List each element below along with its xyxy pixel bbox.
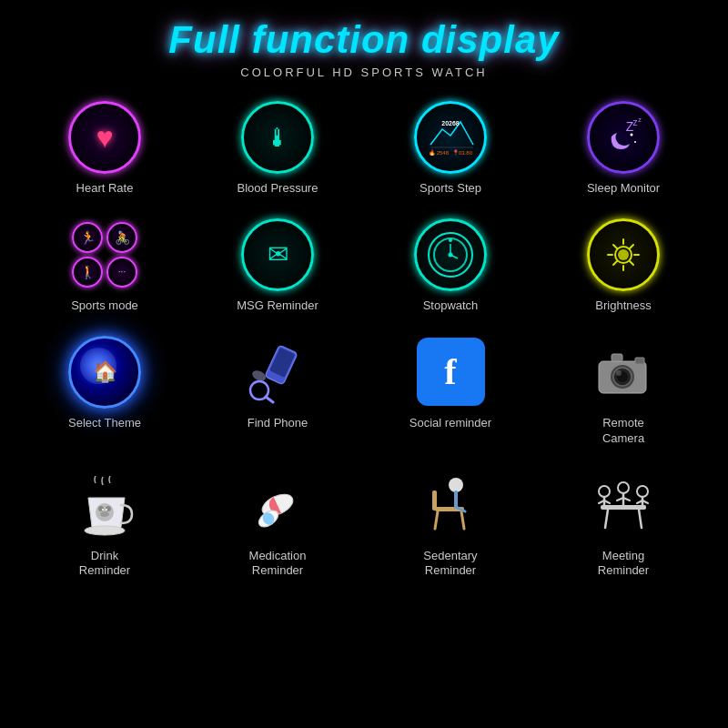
svg-line-23 <box>613 261 617 265</box>
find-phone-icon-wrap <box>241 336 314 409</box>
sports-mode-label: Sports mode <box>71 298 138 314</box>
sleep-monitor-icon-circle: Z z z <box>587 101 660 174</box>
msg-reminder-icon-circle: ✉ <box>241 218 314 291</box>
feature-sedentary-reminder[interactable]: Sedentary Reminder <box>364 461 537 587</box>
sports-step-icon-circle: 20268 🔥 2548 📍03.80 <box>414 101 487 174</box>
feature-sports-step[interactable]: 20268 🔥 2548 📍03.80 Sports Step <box>364 94 537 204</box>
svg-text:z: z <box>638 116 642 123</box>
sports-run-icon: 🏃 <box>72 222 103 253</box>
social-reminder-label: Social reminder <box>410 416 491 431</box>
svg-text:📍03.80: 📍03.80 <box>451 149 472 157</box>
svg-line-20 <box>613 245 617 248</box>
svg-point-10 <box>449 238 452 242</box>
feature-drink-reminder[interactable]: Drink Reminder <box>18 461 191 587</box>
svg-line-51 <box>461 511 464 529</box>
svg-point-66 <box>637 486 648 497</box>
svg-line-57 <box>639 510 642 528</box>
svg-point-15 <box>618 249 629 260</box>
drink-reminder-label: Drink Reminder <box>79 549 130 580</box>
sedentary-reminder-icon-wrap <box>414 469 487 541</box>
sports-mode-grid: 🏃 🚴 🚶 ··· <box>68 218 141 291</box>
envelope-icon: ✉ <box>268 239 288 269</box>
feature-remote-camera[interactable]: Remote Camera <box>537 329 710 454</box>
feature-heart-rate[interactable]: ♥ Heart Rate <box>18 94 191 204</box>
social-reminder-icon-wrap: f <box>414 336 487 409</box>
sports-walk-icon: 🚶 <box>72 257 103 288</box>
svg-rect-49 <box>432 490 437 511</box>
stopwatch-label: Stopwatch <box>423 298 479 314</box>
medication-reminder-icon-wrap <box>241 469 314 541</box>
svg-point-13 <box>449 252 453 257</box>
svg-line-21 <box>630 261 633 265</box>
page: Full function display COLORFUL HD SPORTS… <box>0 0 728 728</box>
brightness-label: Brightness <box>595 298 651 314</box>
svg-point-42 <box>85 526 125 535</box>
stopwatch-icon-circle <box>414 218 487 291</box>
feature-brightness[interactable]: Brightness <box>537 211 710 321</box>
heart-rate-icon-circle: ♥ <box>68 101 141 174</box>
svg-point-62 <box>618 482 629 493</box>
remote-camera-label: Remote Camera <box>602 416 644 447</box>
heart-rate-label: Heart Rate <box>76 181 134 197</box>
svg-point-37 <box>98 506 104 511</box>
feature-sleep-monitor[interactable]: Z z z Sleep Monitor <box>537 94 710 204</box>
medication-reminder-label: Medication Reminder <box>249 549 307 580</box>
facebook-icon: f <box>444 350 456 393</box>
home-icon: 🏠 <box>93 360 117 384</box>
heart-icon: ♥ <box>96 121 114 155</box>
svg-rect-34 <box>635 358 644 364</box>
step-data: 20268 🔥 2548 📍03.80 <box>426 113 476 163</box>
sports-bike-icon: 🚴 <box>106 222 137 253</box>
meeting-reminder-label: Meeting Reminder <box>598 549 649 580</box>
social-circle: f <box>417 338 485 406</box>
svg-line-50 <box>435 511 438 529</box>
svg-point-41 <box>106 509 107 511</box>
sleep-monitor-label: Sleep Monitor <box>587 181 660 197</box>
svg-point-7 <box>631 134 633 136</box>
sports-more-icon: ··· <box>106 257 137 288</box>
feature-msg-reminder[interactable]: ✉ MSG Reminder <box>191 211 364 321</box>
svg-line-22 <box>630 245 633 248</box>
svg-point-8 <box>634 141 636 143</box>
features-grid: ♥ Heart Rate 🌡 Blood Pressure 20268 <box>18 94 710 586</box>
find-phone-label: Find Phone <box>248 416 308 431</box>
msg-reminder-label: MSG Reminder <box>237 298 318 314</box>
svg-line-56 <box>605 510 608 528</box>
drink-reminder-icon-wrap <box>68 469 141 541</box>
svg-point-38 <box>106 506 111 511</box>
feature-find-phone[interactable]: Find Phone <box>191 329 364 454</box>
stopwatch-inner <box>428 232 473 278</box>
feature-medication-reminder[interactable]: Medication Reminder <box>191 461 364 587</box>
sports-mode-icon-wrap: 🏃 🚴 🚶 ··· <box>68 218 141 291</box>
feature-stopwatch[interactable]: Stopwatch <box>364 211 537 321</box>
svg-text:🔥 2548: 🔥 2548 <box>428 149 449 157</box>
svg-line-28 <box>266 397 273 402</box>
svg-point-35 <box>616 370 622 376</box>
blood-pressure-label: Blood Pressure <box>238 181 318 197</box>
svg-point-39 <box>100 511 109 517</box>
svg-text:z: z <box>633 117 638 127</box>
remote-camera-icon-wrap <box>587 336 660 409</box>
blood-pressure-icon-circle: 🌡 <box>241 101 314 174</box>
feature-meeting-reminder[interactable]: Meeting Reminder <box>537 461 710 587</box>
feature-blood-pressure[interactable]: 🌡 Blood Pressure <box>191 94 364 204</box>
sedentary-reminder-label: Sedentary Reminder <box>423 549 477 580</box>
svg-text:20268: 20268 <box>441 120 460 126</box>
page-subtitle: COLORFUL HD SPORTS WATCH <box>240 66 487 79</box>
thermometer-icon: 🌡 <box>265 123 290 153</box>
svg-point-40 <box>102 509 104 511</box>
feature-social-reminder[interactable]: f Social reminder <box>364 329 537 454</box>
feature-select-theme[interactable]: 🏠 Select Theme <box>18 329 191 454</box>
svg-point-58 <box>599 486 610 497</box>
svg-rect-33 <box>612 354 622 361</box>
feature-sports-mode[interactable]: 🏃 🚴 🚶 ··· Sports mode <box>18 211 191 321</box>
page-title: Full function display <box>168 18 559 62</box>
select-theme-label: Select Theme <box>68 416 141 431</box>
select-theme-icon-circle: 🏠 <box>68 336 141 409</box>
meeting-reminder-icon-wrap <box>587 469 660 541</box>
brightness-icon-circle <box>587 218 660 291</box>
svg-point-52 <box>449 478 463 492</box>
sports-step-label: Sports Step <box>420 181 481 197</box>
